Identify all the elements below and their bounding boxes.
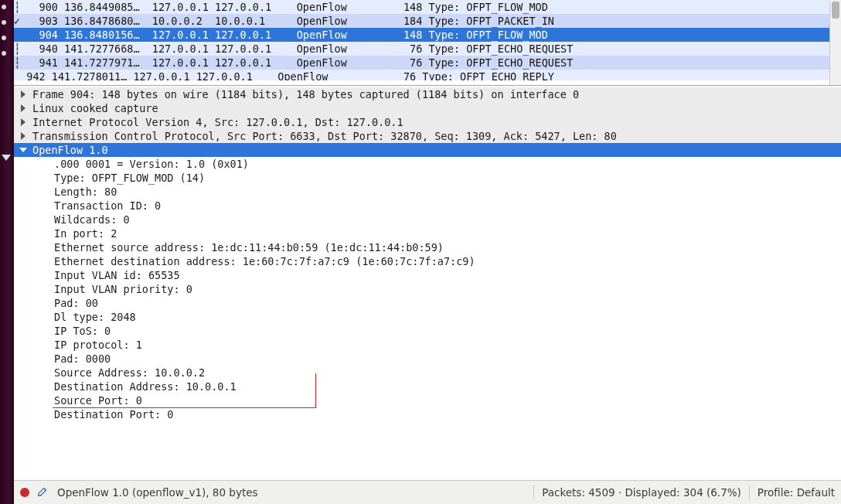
chevron-right-icon: [14, 90, 32, 98]
packet-row[interactable]: 904 136.8480156… 127.0.0.1 127.0.0.1 Ope…: [14, 28, 841, 42]
tree-leaf[interactable]: In port: 2: [14, 226, 841, 240]
tree-leaf[interactable]: IP protocol: 1: [14, 338, 841, 352]
status-proto: OpenFlow 1.0 (openflow_v1), 80 bytes: [57, 486, 258, 499]
tree-ip[interactable]: Internet Protocol Version 4, Src: 127.0.…: [14, 115, 841, 129]
tree-label: Frame 904: 148 bytes on wire (1184 bits)…: [32, 87, 579, 101]
packet-row[interactable]: ┆ 940 141.7277668… 127.0.0.1 127.0.0.1 O…: [14, 42, 841, 56]
tree-frame[interactable]: Frame 904: 148 bytes on wire (1184 bits)…: [14, 87, 841, 101]
packet-list[interactable]: ┆ 900 136.8449085… 127.0.0.1 127.0.0.1 O…: [14, 0, 841, 86]
tree-label: OpenFlow 1.0: [32, 143, 108, 157]
packet-row[interactable]: ┆ 900 136.8449085… 127.0.0.1 127.0.0.1 O…: [14, 0, 841, 14]
packet-row[interactable]: ┆ 941 141.7277971… 127.0.0.1 127.0.0.1 O…: [14, 56, 841, 70]
chevron-right-icon: [14, 104, 32, 112]
tree-leaf[interactable]: Type: OFPT_FLOW_MOD (14): [14, 171, 841, 185]
status-stats: Packets: 4509 · Displayed: 304 (6.7%): [542, 486, 741, 499]
tree-leaf[interactable]: Destination Address: 10.0.0.1: [14, 380, 841, 393]
chevron-down-icon: [14, 146, 32, 154]
tree-leaf[interactable]: .000 0001 = Version: 1.0 (0x01): [14, 157, 841, 171]
tree-leaf[interactable]: Transaction ID: 0: [14, 199, 841, 213]
tree-leaf[interactable]: Source Port: 0: [14, 393, 841, 407]
edit-icon[interactable]: [37, 486, 48, 499]
status-profile: Profile: Default: [758, 486, 835, 499]
tree-leaf[interactable]: Source Address: 10.0.0.2: [14, 366, 841, 380]
tree-leaf[interactable]: Input VLAN priority: 0: [14, 282, 841, 296]
tree-openflow[interactable]: OpenFlow 1.0: [14, 143, 841, 157]
packet-row[interactable]: ✓ 903 136.8478680… 10.0.0.2 10.0.0.1 Ope…: [14, 14, 841, 28]
statusbar: OpenFlow 1.0 (openflow_v1), 80 bytes Pac…: [14, 480, 841, 504]
scrollbar-thumb[interactable]: [832, 2, 839, 19]
packet-list-scrollbar[interactable]: [829, 0, 841, 85]
tree-leaf[interactable]: Ethernet source address: 1e:dc:11:44:b0:…: [14, 240, 841, 254]
tree-leaf[interactable]: Pad: 0000: [14, 352, 841, 366]
tree-leaf[interactable]: IP ToS: 0: [14, 324, 841, 338]
tree-label: Linux cooked capture: [32, 101, 158, 115]
packet-row[interactable]: 942 141.7278011… 127.0.0.1 127.0.0.1 Ope…: [14, 70, 841, 80]
tree-leaf[interactable]: Pad: 00: [14, 296, 841, 310]
record-indicator-icon: [20, 488, 29, 497]
chevron-right-icon: [14, 132, 32, 140]
tree-leaf[interactable]: Ethernet destination address: 1e:60:7c:7…: [14, 254, 841, 268]
chevron-right-icon: [14, 118, 32, 126]
launcher-dock: [0, 0, 15, 504]
tree-leaf[interactable]: Dl type: 2048: [14, 310, 841, 324]
tree-label: Internet Protocol Version 4, Src: 127.0.…: [32, 115, 403, 129]
tree-leaf[interactable]: Length: 80: [14, 185, 841, 199]
tree-leaf[interactable]: Wildcards: 0: [14, 213, 841, 226]
tree-leaf[interactable]: Input VLAN id: 65535: [14, 268, 841, 282]
tree-tcp[interactable]: Transmission Control Protocol, Src Port:…: [14, 129, 841, 143]
tree-linux[interactable]: Linux cooked capture: [14, 101, 841, 115]
packet-details[interactable]: Frame 904: 148 bytes on wire (1184 bits)…: [14, 86, 841, 480]
tree-leaf[interactable]: Destination Port: 0: [14, 407, 841, 421]
tree-label: Transmission Control Protocol, Src Port:…: [32, 129, 617, 143]
